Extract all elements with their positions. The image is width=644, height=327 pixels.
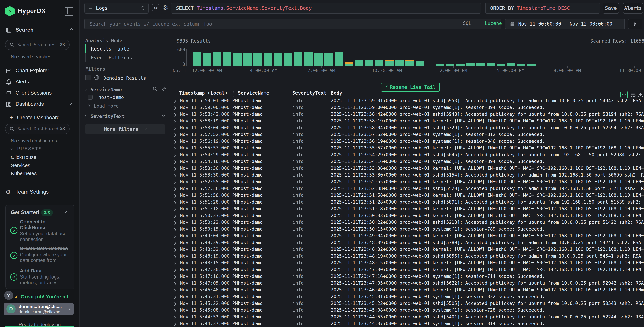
table-row[interactable]: Nov 11 5:54:29.000 PMhost-demoinfo2025-1… (169, 151, 644, 158)
table-row[interactable]: Nov 11 5:48:19.000 PMhost-demoinfo2025-1… (169, 253, 644, 260)
sidebar-item-search[interactable]: Search (0, 25, 80, 35)
table-row[interactable]: Nov 11 5:56:19.000 PMhost-demoinfo2025-1… (169, 138, 644, 144)
orderby-input[interactable]: ORDER BY TimestampTime DESC (485, 3, 600, 14)
wrap-lines-icon[interactable] (630, 92, 636, 98)
run-query-button[interactable] (628, 18, 642, 30)
cell-servicename: host-demo (238, 104, 262, 111)
table-row[interactable]: Nov 11 5:47:05.000 PMhost-demoinfo2025-1… (169, 280, 644, 286)
select-query-input[interactable]: SELECT Timestamp,ServiceName,SeverityTex… (171, 3, 481, 14)
preset-services[interactable]: Services (11, 162, 30, 168)
get-started-step-title[interactable]: Add Data (20, 268, 69, 274)
sidebar-item-client-sessions[interactable]: Client Sessions (0, 88, 80, 98)
get-started-step-title[interactable]: Connect to ClickHouse (20, 219, 69, 230)
get-started-step-title[interactable]: Create Data Sources (20, 246, 69, 251)
chevron-up-icon[interactable] (64, 211, 68, 215)
table-row[interactable]: Nov 11 5:51:58.000 PMhost-demoinfo2025-1… (169, 192, 644, 199)
table-row[interactable]: Nov 11 5:48:15.000 PMhost-demoinfo2025-1… (169, 260, 644, 266)
y-axis-tick-label: 600 (173, 47, 185, 52)
table-row[interactable]: Nov 11 5:49:04.000 PMhost-demoinfo2025-1… (169, 232, 644, 239)
host-demo-label[interactable]: host-demo (98, 94, 124, 100)
severitytext-group-toggle[interactable]: SeverityText (84, 114, 125, 119)
table-row[interactable]: Nov 11 5:44:53.000 PMhost-demoinfo2025-1… (169, 314, 644, 320)
table-row[interactable]: Nov 11 5:45:22.000 PMhost-demoinfo2025-1… (169, 300, 644, 307)
host-demo-checkbox[interactable] (88, 94, 92, 100)
filter-search-icon[interactable] (152, 86, 158, 92)
table-row[interactable]: Nov 11 5:48:39.000 PMhost-demoinfo2025-1… (169, 239, 644, 246)
download-icon[interactable] (637, 92, 644, 98)
table-row[interactable]: Nov 11 5:52:55.000 PMhost-demoinfo2025-1… (169, 178, 644, 185)
column-header-timestamp[interactable]: Timestamp (Local) (179, 90, 228, 96)
event-search-input[interactable] (84, 18, 501, 30)
create-dashboard-button[interactable]: + Create Dashboard (0, 113, 80, 123)
source-select[interactable]: Logs (84, 3, 149, 14)
shortcut-badge: ⌘K (60, 126, 65, 131)
column-resize-handle[interactable] (234, 91, 234, 96)
table-row[interactable]: Nov 11 5:53:36.000 PMhost-demoinfo2025-1… (169, 165, 644, 172)
row-expand-chevron-icon (173, 226, 176, 233)
sidebar-item-dashboards[interactable]: Dashboards (0, 99, 80, 110)
table-row[interactable]: Nov 11 5:58:04.000 PMhost-demoinfo2025-1… (169, 124, 644, 131)
pin-icon[interactable] (161, 86, 166, 92)
resume-live-tail-button[interactable]: ⚡Resume Live Tail (381, 83, 440, 92)
lucene-mode-option[interactable]: Lucene (485, 20, 502, 26)
table-row[interactable]: Nov 11 5:46:48.000 PMhost-demoinfo2025-1… (169, 286, 644, 293)
table-row[interactable]: Nov 11 5:55:57.000 PMhost-demoinfo2025-1… (169, 144, 644, 151)
settings-gear-icon[interactable]: ⚙ (162, 4, 169, 11)
table-row[interactable]: Nov 11 5:52:38.000 PMhost-demoinfo2025-1… (169, 185, 644, 192)
more-filters-button[interactable]: More filters (85, 124, 165, 134)
sidebar-item-alerts[interactable]: Alerts (0, 77, 80, 87)
query-language-toggle[interactable]: SQL | Lucene (463, 20, 502, 26)
table-row[interactable]: Nov 11 5:44:37.000 PMhost-demoinfo2025-1… (169, 320, 644, 327)
table-row[interactable]: Nov 11 5:58:42.000 PMhost-demoinfo2025-1… (169, 111, 644, 118)
presets-toggle[interactable]: PRESETS (10, 146, 42, 152)
column-header-body[interactable]: Body (331, 90, 342, 96)
saved-dashboards-input[interactable]: Saved Dashboards ⌘K (5, 124, 70, 134)
pin-icon[interactable] (161, 113, 166, 118)
sidebar-item-team-settings[interactable]: ⚙ Team Settings (0, 187, 80, 197)
cell-servicename: host-demo (238, 165, 262, 172)
servicename-group-toggle[interactable]: ServiceName (84, 87, 122, 92)
denoise-checkbox[interactable] (85, 75, 91, 80)
sidebar-item-chart-explorer[interactable]: Chart Explorer (0, 66, 80, 76)
table-row[interactable]: Nov 11 5:50:33.000 PMhost-demoinfo2025-1… (169, 212, 644, 219)
table-row[interactable]: Nov 11 5:54:16.000 PMhost-demoinfo2025-1… (169, 158, 644, 165)
table-row[interactable]: Nov 11 5:59:00.000 PMhost-demoinfo2025-1… (169, 104, 644, 111)
help-button[interactable]: ? (4, 291, 13, 300)
table-row[interactable]: Nov 11 5:48:32.000 PMhost-demoinfo2025-1… (169, 246, 644, 253)
saved-searches-input[interactable]: Saved Searches ⌘K (5, 40, 70, 50)
row-expand-chevron-icon (173, 206, 176, 212)
column-resize-handle[interactable] (327, 91, 328, 96)
table-row[interactable]: Nov 11 5:45:08.000 PMhost-demoinfo2025-1… (169, 307, 644, 314)
table-row[interactable]: Nov 11 5:59:01.000 PMhost-demoinfo2025-1… (169, 97, 644, 104)
table-row[interactable]: Nov 11 5:50:15.000 PMhost-demoinfo2025-1… (169, 226, 644, 232)
table-row[interactable]: Nov 11 5:45:31.000 PMhost-demoinfo2025-1… (169, 293, 644, 300)
table-row[interactable]: Nov 11 5:51:18.000 PMhost-demoinfo2025-1… (169, 206, 644, 212)
table-row[interactable]: Nov 11 5:50:22.000 PMhost-demoinfo2025-1… (169, 219, 644, 226)
table-row[interactable]: Nov 11 5:47:30.000 PMhost-demoinfo2025-1… (169, 266, 644, 273)
denoise-label[interactable]: Denoise Results (104, 75, 146, 81)
column-resize-handle[interactable] (288, 91, 288, 96)
column-header-severitytext[interactable]: SeverityText (292, 90, 326, 96)
table-row[interactable]: Nov 11 5:47:16.000 PMhost-demoinfo2025-1… (169, 273, 644, 280)
sidebar-collapse-icon[interactable] (64, 7, 73, 16)
sql-mode-option[interactable]: SQL (463, 20, 472, 26)
mode-event-patterns[interactable]: Event Patterns (91, 55, 132, 60)
alerts-button[interactable]: Alerts (623, 3, 643, 14)
table-row[interactable]: Nov 11 5:53:30.000 PMhost-demoinfo2025-1… (169, 172, 644, 178)
column-header-servicename[interactable]: ServiceName (238, 90, 269, 96)
cell-timestamp: Nov 11 5:58:04.000 PM (180, 124, 238, 131)
deploy-button-edge[interactable] (6, 326, 74, 327)
cell-timestamp: Nov 11 5:58:19.000 PM (180, 118, 238, 124)
table-row[interactable]: Nov 11 5:57:52.000 PMhost-demoinfo2025-1… (169, 131, 644, 138)
preset-clickhouse[interactable]: ClickHouse (11, 154, 36, 160)
load-more-button[interactable]: Load more (88, 103, 118, 108)
cell-severitytext: info (292, 219, 304, 226)
date-range-picker[interactable]: Nov 11 00:00:00 - Nov 12 00:00:00 (505, 18, 625, 30)
user-menu[interactable]: D dominic.tran@clic... dominic.tran@clic… (4, 303, 74, 315)
preset-kubernetes[interactable]: Kubernetes (11, 170, 37, 176)
table-row[interactable]: Nov 11 5:58:19.000 PMhost-demoinfo2025-1… (169, 118, 644, 124)
code-view-icon[interactable]: <> (152, 4, 160, 12)
save-button[interactable]: Save (603, 3, 619, 14)
mode-results-table[interactable]: Results Table (91, 46, 129, 52)
table-row[interactable]: Nov 11 5:51:28.000 PMhost-demoinfo2025-1… (169, 199, 644, 206)
